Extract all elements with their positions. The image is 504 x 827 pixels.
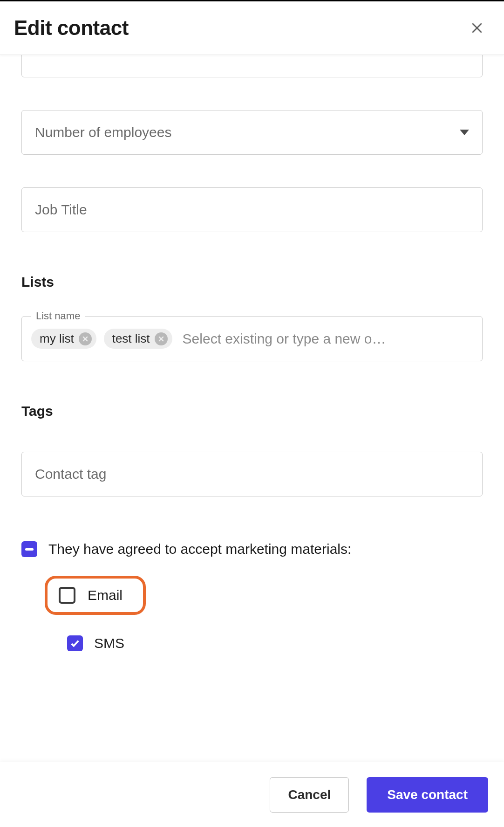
job-title-placeholder: Job Title (35, 202, 87, 218)
sms-checkbox-label: SMS (94, 635, 124, 651)
consent-row: They have agreed to accept marketing mat… (21, 541, 483, 557)
list-chip[interactable]: my list (31, 329, 96, 349)
email-checkbox-highlight: Email (45, 576, 146, 615)
consent-checkbox-indeterminate[interactable] (21, 541, 37, 557)
check-icon (70, 638, 80, 648)
job-title-field[interactable]: Job Title (21, 187, 483, 232)
chip-remove-button[interactable] (79, 332, 92, 345)
close-button[interactable] (467, 18, 487, 38)
chip-row: my list test list Select existing or typ… (31, 329, 473, 349)
dialog-footer: Cancel Save contact (0, 762, 504, 827)
company-name-field[interactable]: Company name (21, 55, 483, 77)
sms-checkbox[interactable] (67, 635, 83, 651)
email-checkbox[interactable] (59, 587, 75, 604)
lists-section-title: Lists (21, 274, 483, 290)
cancel-button[interactable]: Cancel (270, 777, 349, 813)
list-chip[interactable]: test list (104, 329, 172, 349)
chevron-down-icon (460, 130, 469, 135)
close-icon (158, 336, 164, 342)
sms-checkbox-row: SMS (67, 635, 483, 651)
chip-label: my list (40, 331, 74, 346)
email-checkbox-label: Email (88, 587, 123, 603)
chip-remove-button[interactable] (155, 332, 168, 345)
save-contact-button[interactable]: Save contact (367, 777, 488, 813)
chip-label: test list (112, 331, 150, 346)
consent-text: They have agreed to accept marketing mat… (48, 541, 351, 557)
employees-placeholder: Number of employees (35, 124, 171, 140)
dialog-title: Edit contact (14, 16, 129, 40)
dialog-body: Company name Number of employees Job Tit… (0, 55, 504, 756)
minus-icon (25, 548, 34, 551)
contact-tag-field[interactable]: Contact tag (21, 452, 483, 496)
close-icon (82, 336, 89, 342)
dialog-header: Edit contact (0, 1, 504, 55)
close-icon (470, 21, 484, 35)
list-name-legend: List name (31, 310, 85, 322)
contact-tag-placeholder: Contact tag (35, 466, 106, 482)
list-input-placeholder[interactable]: Select existing or type a new o… (180, 331, 473, 347)
tags-section-title: Tags (21, 403, 483, 419)
list-name-field[interactable]: List name my list test list Select exist… (21, 316, 483, 361)
employees-select[interactable]: Number of employees (21, 110, 483, 155)
